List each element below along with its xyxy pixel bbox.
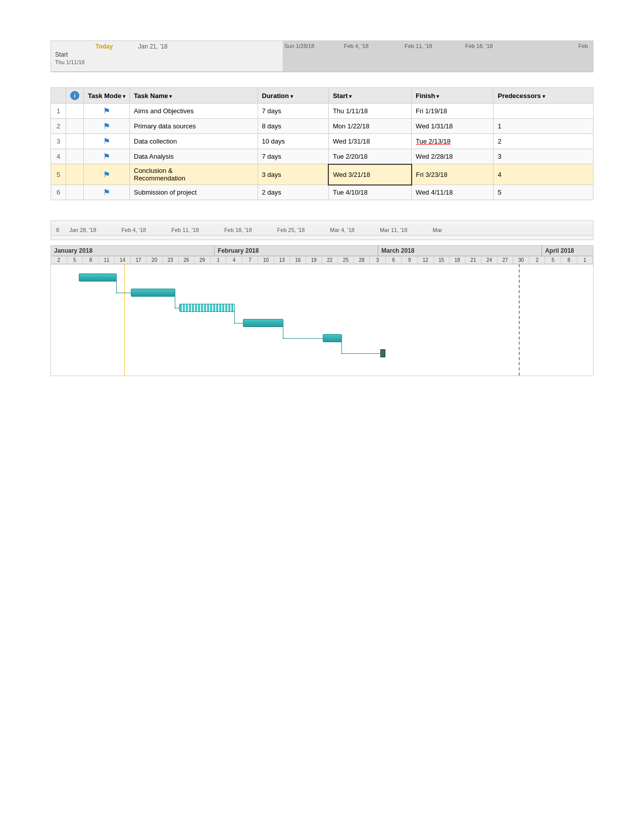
gantt-bar-4 bbox=[243, 319, 283, 327]
day-7: 7 bbox=[242, 256, 259, 264]
start-4[interactable]: Tue 2/20/18 bbox=[328, 149, 411, 164]
connector-1h bbox=[116, 293, 131, 293]
tbd-feb4: Feb 4, '18 bbox=[122, 227, 146, 233]
day-23: 23 bbox=[163, 256, 179, 264]
task-mode-1: ⚑ bbox=[84, 104, 130, 119]
task-name-2: Primary data sources bbox=[130, 119, 258, 134]
day-25: 25 bbox=[338, 256, 354, 264]
task-icon-2: ⚑ bbox=[103, 122, 110, 130]
day-3: 3 bbox=[370, 256, 386, 264]
connector-5 bbox=[341, 338, 342, 354]
connector-4h bbox=[283, 338, 323, 339]
gantt-bar-2 bbox=[131, 289, 175, 297]
day-1: 1 bbox=[211, 256, 227, 264]
connector-4 bbox=[283, 323, 283, 339]
row-num-6: 6 bbox=[51, 185, 66, 200]
finish-1: Fri 1/19/18 bbox=[412, 104, 493, 119]
finish-2: Wed 1/31/18 bbox=[412, 119, 493, 134]
header-taskmode[interactable]: Task Mode bbox=[84, 88, 130, 104]
gantt-bar-1 bbox=[79, 273, 117, 282]
day-1: 1 bbox=[577, 256, 593, 264]
start-2[interactable]: Mon 1/22/18 bbox=[328, 119, 411, 134]
end-line bbox=[519, 264, 520, 376]
predecessors-2: 1 bbox=[493, 119, 593, 134]
info-col-3 bbox=[66, 134, 84, 149]
day-26: 26 bbox=[179, 256, 195, 264]
predecessors-5: 4 bbox=[493, 164, 593, 185]
day-29: 29 bbox=[194, 256, 211, 264]
day-5: 5 bbox=[545, 256, 561, 264]
header-taskname[interactable]: Task Name bbox=[130, 88, 258, 104]
task-name-1: Aims and Objectives bbox=[130, 104, 258, 119]
day-21: 21 bbox=[466, 256, 482, 264]
header-duration[interactable]: Duration bbox=[258, 88, 328, 104]
predecessors-6: 5 bbox=[493, 185, 593, 200]
day-27: 27 bbox=[498, 256, 514, 264]
header-start[interactable]: Start bbox=[328, 88, 411, 104]
day-16: 16 bbox=[290, 256, 306, 264]
connector-3h bbox=[234, 323, 243, 323]
day-30: 30 bbox=[513, 256, 529, 264]
start-5[interactable]: Wed 3/21/18 bbox=[328, 164, 411, 185]
task-name-3: Data collection bbox=[130, 134, 258, 149]
day-9: 9 bbox=[402, 256, 418, 264]
gantt-bar-6 bbox=[380, 349, 385, 357]
day-header: 2581114172023262914710131619222528369121… bbox=[51, 256, 593, 264]
feb-end-date-label: Feb bbox=[578, 43, 588, 49]
day-20: 20 bbox=[146, 256, 163, 264]
day-18: 18 bbox=[450, 256, 466, 264]
connector-2 bbox=[175, 293, 175, 309]
feb4-date-label: Feb 4, '18 bbox=[344, 43, 369, 49]
duration-1: 7 days bbox=[258, 104, 328, 119]
day-24: 24 bbox=[481, 256, 498, 264]
thu-date-label: Thu 1/11/18 bbox=[55, 59, 279, 65]
chart-body bbox=[51, 264, 593, 376]
task-mode-2: ⚑ bbox=[84, 119, 130, 134]
start-3[interactable]: Wed 1/31/18 bbox=[328, 134, 411, 149]
connector-1 bbox=[116, 277, 117, 294]
tbd-mar4: Mar 4, '18 bbox=[330, 227, 355, 233]
tbd-8: 8 bbox=[56, 227, 59, 233]
duration-4: 7 days bbox=[258, 149, 328, 164]
header-finish[interactable]: Finish bbox=[412, 88, 493, 104]
jan-date-label: Jan 21, '18 bbox=[138, 43, 167, 50]
task-name-6: Submission of project bbox=[130, 185, 258, 200]
info-icon: i bbox=[70, 91, 79, 100]
second-timeline: 8 Jan 28, '18 Feb 4, '18 Feb 11, '18 Feb… bbox=[51, 225, 593, 236]
duration-5: 3 days bbox=[258, 164, 328, 185]
day-14: 14 bbox=[115, 256, 131, 264]
start-1[interactable]: Thu 1/11/18 bbox=[328, 104, 411, 119]
sun-date-label: Sun 1/28/18 bbox=[284, 43, 314, 49]
feb18-date-label: Feb 18, '18 bbox=[465, 43, 493, 49]
day-6: 6 bbox=[386, 256, 402, 264]
tbd-jan28: Jan 28, '18 bbox=[69, 227, 96, 233]
tbd-feb18: Feb 18, '18 bbox=[224, 227, 252, 233]
connector-3 bbox=[234, 308, 235, 324]
task-icon-4: ⚑ bbox=[103, 152, 110, 161]
duration-6: 2 days bbox=[258, 185, 328, 200]
day-4: 4 bbox=[226, 256, 242, 264]
row-num-5: 5 bbox=[51, 164, 66, 185]
header-rownum bbox=[51, 88, 66, 104]
finish-3: Tue 2/13/18 bbox=[412, 134, 493, 149]
info-col-5 bbox=[66, 164, 84, 185]
day-12: 12 bbox=[418, 256, 434, 264]
day-11: 11 bbox=[99, 256, 115, 264]
today-label: Today bbox=[95, 43, 113, 50]
month-apr: April 2018 bbox=[542, 246, 593, 256]
finish-5: Fri 3/23/18 bbox=[412, 164, 493, 185]
connector-5h bbox=[341, 353, 382, 354]
day-8: 8 bbox=[561, 256, 577, 264]
day-2: 2 bbox=[529, 256, 546, 264]
task-icon-5: ⚑ bbox=[103, 170, 110, 179]
header-predecessors[interactable]: Predecessors bbox=[493, 88, 593, 104]
duration-3: 10 days bbox=[258, 134, 328, 149]
month-mar: March 2018 bbox=[378, 246, 542, 256]
start-6[interactable]: Tue 4/10/18 bbox=[328, 185, 411, 200]
tbd-feb11: Feb 11, '18 bbox=[171, 227, 199, 233]
info-col-4 bbox=[66, 149, 84, 164]
task-icon-6: ⚑ bbox=[103, 188, 110, 197]
day-10: 10 bbox=[258, 256, 274, 264]
today-line bbox=[124, 264, 125, 376]
task-icon-1: ⚑ bbox=[103, 107, 110, 115]
